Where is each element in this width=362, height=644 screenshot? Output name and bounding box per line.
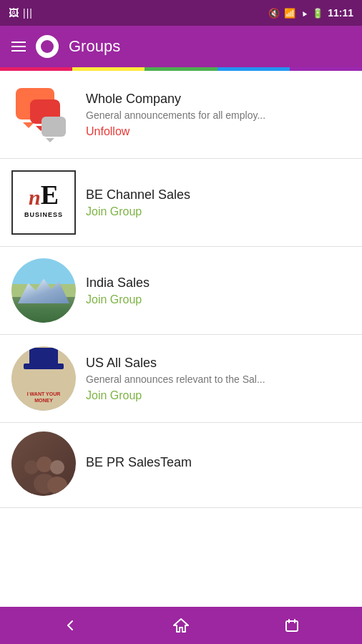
group-item-be-pr-salesteam: BE PR SalesTeam — [0, 423, 362, 508]
group-info-us-all-sales: US All Sales General announces relevant … — [86, 356, 351, 402]
battery-icon: 🔋 — [312, 8, 323, 19]
group-name-whole-company: Whole Company — [86, 92, 351, 107]
group-avatar-us-all-sales: I WANT YOURMONEY — [11, 346, 76, 411]
recents-button[interactable] — [270, 611, 313, 640]
group-desc-us-all-sales: General announces relevant to the Sal... — [86, 374, 351, 385]
group-avatar-whole-company — [11, 82, 76, 147]
group-name-be-pr-salesteam: BE PR SalesTeam — [86, 455, 351, 470]
group-info-be-channel-sales: BE Channel Sales Join Group — [86, 187, 351, 218]
svg-point-1 — [24, 460, 39, 474]
group-name-india-sales: India Sales — [86, 275, 351, 291]
group-name-us-all-sales: US All Sales — [86, 356, 351, 371]
group-info-be-pr-salesteam: BE PR SalesTeam — [86, 455, 351, 473]
page-title: Groups — [69, 37, 120, 56]
group-desc-whole-company: General announcements for all employ... — [86, 109, 351, 121]
group-list: Whole Company General announcements for … — [0, 71, 362, 607]
status-bar: 🖼 ||| 🔇 📶 ▲ 🔋 11:11 — [0, 0, 362, 26]
join-button-be-channel-sales[interactable]: Join Group — [86, 205, 142, 218]
hamburger-menu[interactable] — [11, 42, 26, 52]
join-button-us-all-sales[interactable]: Join Group — [86, 389, 142, 402]
svg-marker-7 — [174, 619, 188, 632]
app-bar: Groups — [0, 26, 362, 67]
svg-rect-8 — [286, 621, 298, 631]
group-item-whole-company: Whole Company General announcements for … — [0, 71, 362, 159]
status-right-icons: 🔇 📶 ▲ 🔋 11:11 — [268, 7, 353, 19]
group-item-be-channel-sales: n E BUSINESS BE Channel Sales Join Group — [0, 159, 362, 247]
group-info-whole-company: Whole Company General announcements for … — [86, 92, 351, 138]
unfollow-button-whole-company[interactable]: Unfollow — [86, 125, 129, 138]
mute-icon: 🔇 — [268, 8, 280, 19]
join-button-india-sales[interactable]: Join Group — [86, 293, 142, 306]
group-avatar-be-pr-salesteam — [11, 431, 76, 496]
group-avatar-india-sales — [11, 258, 76, 323]
group-item-india-sales: India Sales Join Group — [0, 247, 362, 335]
svg-point-0 — [41, 40, 54, 53]
bottom-nav — [0, 607, 362, 644]
group-name-be-channel-sales: BE Channel Sales — [86, 187, 351, 203]
clock: 11:11 — [328, 7, 353, 19]
svg-point-6 — [47, 477, 67, 494]
group-info-india-sales: India Sales Join Group — [86, 275, 351, 306]
status-left-icons: 🖼 ||| — [9, 7, 33, 19]
home-button[interactable] — [160, 611, 202, 640]
group-avatar-be-channel-sales: n E BUSINESS — [11, 170, 76, 235]
app-logo — [36, 35, 59, 58]
back-button[interactable] — [49, 611, 92, 640]
wifi-icon: 📶 — [284, 8, 295, 19]
svg-point-3 — [36, 457, 52, 472]
signal-icon: ▲ — [298, 7, 309, 19]
signal-bars-icon: ||| — [23, 7, 33, 19]
svg-point-5 — [50, 460, 64, 474]
group-item-us-all-sales: I WANT YOURMONEY US All Sales General an… — [0, 335, 362, 423]
photo-icon: 🖼 — [9, 7, 19, 19]
